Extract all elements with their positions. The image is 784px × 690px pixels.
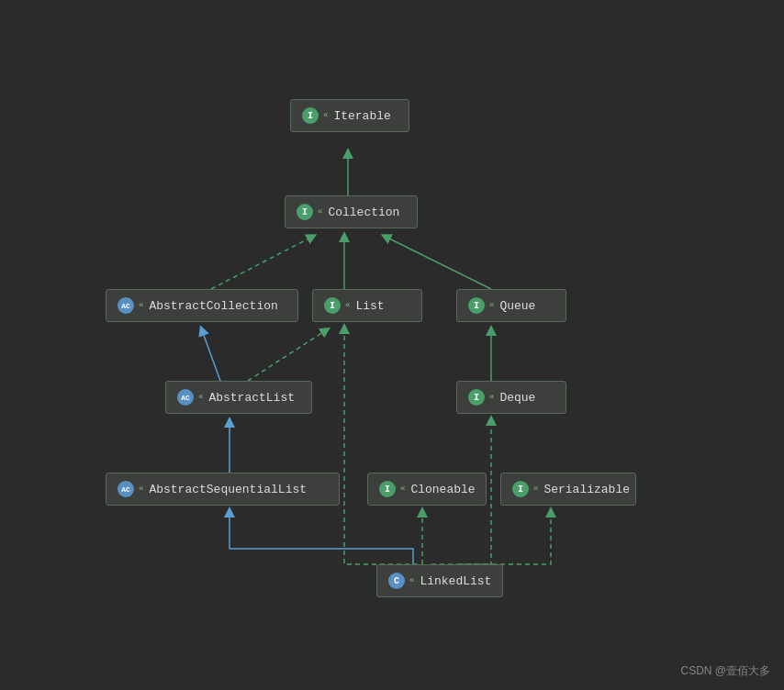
node-cloneable: I « Cloneable (367, 473, 487, 506)
serializable-badge: I (512, 481, 529, 497)
abstractlist-label: AbstractList (208, 391, 295, 405)
svg-line-3 (211, 237, 312, 289)
diagram-container: I « Iterable I « Collection AC « Abstrac… (0, 0, 784, 690)
abstractlist-badge: AC (177, 389, 194, 406)
linkedlist-icon-small: « (409, 576, 414, 585)
svg-line-6 (202, 330, 220, 381)
abstractcollection-icon-small: « (139, 301, 143, 310)
iterable-icon-small: « (323, 111, 328, 120)
node-linkedlist: C « LinkedList (376, 564, 503, 597)
list-badge: I (324, 297, 341, 314)
node-serializable: I « Serializable (500, 473, 636, 506)
watermark: CSDN @壹佰大多 (680, 663, 770, 679)
collection-icons: I « (297, 204, 322, 220)
linkedlist-label: LinkedList (420, 574, 491, 588)
abstractsequentiallist-label: AbstractSequentialList (149, 483, 307, 496)
queue-label: Queue (499, 299, 535, 313)
linkedlist-badge: C (388, 573, 405, 589)
collection-badge: I (297, 204, 313, 220)
abstractcollection-icons: AC « (118, 297, 143, 314)
node-deque: I « Deque (456, 381, 566, 414)
list-icons: I « (324, 297, 350, 314)
abstractcollection-badge: AC (118, 297, 134, 314)
svg-line-5 (386, 237, 491, 289)
cloneable-badge: I (379, 481, 396, 497)
deque-icon-small: « (489, 393, 494, 402)
deque-label: Deque (499, 391, 535, 405)
svg-line-7 (248, 330, 326, 381)
node-abstractlist: AC « AbstractList (165, 381, 312, 414)
queue-icons: I « (468, 297, 494, 314)
node-abstractsequentiallist: AC « AbstractSequentialList (106, 473, 340, 506)
serializable-label: Serializable (543, 483, 630, 496)
linkedlist-icons: C « (388, 573, 414, 589)
cloneable-label: Cloneable (410, 483, 475, 496)
node-abstractcollection: AC « AbstractCollection (106, 289, 298, 322)
serializable-icon-small: « (533, 484, 538, 494)
list-icon-small: « (345, 301, 350, 310)
cloneable-icon-small: « (400, 484, 405, 494)
abstractlist-icon-small: « (198, 393, 203, 402)
serializable-icons: I « (512, 481, 538, 497)
abstractsequentiallist-icon-small: « (139, 484, 143, 494)
queue-badge: I (468, 297, 485, 314)
deque-icons: I « (468, 389, 494, 406)
iterable-badge: I (302, 107, 319, 124)
deque-badge: I (468, 389, 485, 406)
collection-label: Collection (328, 206, 399, 219)
iterable-label: Iterable (333, 109, 390, 123)
queue-icon-small: « (489, 301, 494, 310)
list-label: List (355, 299, 384, 313)
abstractsequentiallist-icons: AC « (118, 481, 143, 497)
node-queue: I « Queue (456, 289, 566, 322)
node-collection: I « Collection (285, 195, 418, 228)
abstractlist-icons: AC « (177, 389, 203, 406)
node-iterable: I « Iterable (290, 99, 409, 132)
abstractcollection-label: AbstractCollection (149, 299, 277, 313)
cloneable-icons: I « (379, 481, 405, 497)
abstractsequentiallist-badge: AC (118, 481, 134, 497)
collection-icon-small: « (318, 207, 322, 217)
node-list: I « List (312, 289, 422, 322)
iterable-icons: I « (302, 107, 328, 124)
